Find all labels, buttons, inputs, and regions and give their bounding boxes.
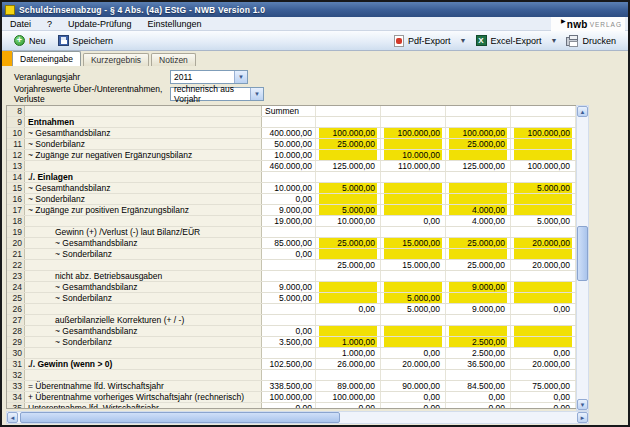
value-column	[446, 227, 511, 237]
input-cell[interactable]: 25.000,00	[449, 238, 507, 248]
input-cell[interactable]	[319, 150, 377, 160]
input-cell[interactable]	[384, 139, 442, 149]
chevron-down-icon[interactable]: ▼	[250, 88, 263, 100]
table-row: 35Unterentnahme lfd. Wirtschaftsjahr0,00…	[7, 403, 576, 409]
scroll-up-icon[interactable]: ▲	[577, 106, 588, 117]
excel-export-button[interactable]: X Excel-Export	[470, 34, 548, 47]
summen-cell	[262, 260, 316, 270]
input-cell[interactable]: 25.000,00	[449, 139, 507, 149]
input-cell[interactable]	[319, 282, 377, 292]
input-cell[interactable]: 100.000,00	[319, 128, 377, 138]
input-cell[interactable]	[514, 326, 572, 336]
value-column: 5.000,00	[316, 183, 381, 193]
value-column: 10.000,00	[316, 216, 381, 226]
input-cell[interactable]	[514, 282, 572, 292]
veranlagungsjahr-select[interactable]: 2011 ▼	[170, 70, 248, 84]
input-cell[interactable]	[384, 205, 442, 215]
value-column: 84.500,00	[446, 381, 511, 391]
value-column: 5.000,00	[511, 183, 576, 193]
input-cell[interactable]	[449, 194, 507, 204]
vertical-scrollbar[interactable]: ▲ ▼	[576, 105, 589, 411]
input-cell[interactable]: 10.000,00	[384, 150, 442, 160]
input-cell[interactable]	[319, 293, 377, 303]
row-number: 17	[7, 205, 25, 215]
input-cell[interactable]	[449, 183, 507, 193]
scroll-left-icon[interactable]: ◄	[7, 412, 18, 423]
value-column: 100.000,00	[316, 128, 381, 138]
computed-cell	[449, 271, 507, 281]
neu-button[interactable]: + Neu	[8, 34, 52, 47]
scroll-down-icon[interactable]: ▼	[577, 399, 588, 410]
input-cell[interactable]: 5.000,00	[319, 183, 377, 193]
input-cell[interactable]: 1.000,00	[319, 337, 377, 347]
input-cell[interactable]: 9.000,00	[449, 282, 507, 292]
input-cell[interactable]: 2.500,00	[449, 337, 507, 347]
summen-cell: 0,00	[262, 249, 316, 259]
row-label	[25, 216, 262, 226]
input-cell[interactable]	[384, 326, 442, 336]
row-number: 27	[7, 315, 25, 325]
input-cell[interactable]	[384, 183, 442, 193]
computed-cell: 20.000,00	[384, 359, 442, 369]
input-cell[interactable]	[319, 194, 377, 204]
row-label: = Überentnahme lfd. Wirtschaftsjahr	[25, 381, 262, 391]
computed-cell: 25.000,00	[449, 260, 507, 270]
input-cell[interactable]	[319, 249, 377, 259]
row-label: ~ Gesamthandsbilanz	[25, 326, 262, 336]
horizontal-scrollbar[interactable]: ◄ ►	[6, 411, 589, 424]
menu-update-pruefung[interactable]: Update-Prüfung	[60, 19, 140, 29]
input-cell[interactable]	[384, 249, 442, 259]
chevron-down-icon[interactable]: ▼	[234, 71, 247, 83]
horizontal-scroll-thumb[interactable]	[20, 412, 340, 423]
tab-dateneingabe[interactable]: Dateneingabe	[12, 51, 81, 66]
input-cell[interactable]	[514, 205, 572, 215]
input-cell[interactable]: 15.000,00	[384, 238, 442, 248]
input-cell[interactable]	[384, 194, 442, 204]
pdf-export-dropdown-icon[interactable]: ▼	[457, 37, 470, 44]
input-cell[interactable]	[514, 139, 572, 149]
tab-kurzergebnis[interactable]: Kurzergebnis	[83, 53, 149, 66]
input-cell[interactable]: 20.000,00	[514, 238, 572, 248]
input-cell[interactable]: 25.000,00	[319, 139, 377, 149]
menu-datei[interactable]: Datei	[2, 19, 39, 29]
input-cell[interactable]: 100.000,00	[449, 128, 507, 138]
input-cell[interactable]	[514, 194, 572, 204]
input-cell[interactable]	[384, 282, 442, 292]
menu-einstellungen[interactable]: Einstellungen	[140, 19, 210, 29]
row-number: 11	[7, 139, 25, 149]
excel-export-dropdown-icon[interactable]: ▼	[548, 37, 561, 44]
speichern-button[interactable]: Speichern	[52, 34, 120, 47]
input-cell[interactable]: 5.000,00	[384, 293, 442, 303]
menu-help[interactable]: ?	[39, 19, 60, 29]
input-cell[interactable]: 100.000,00	[384, 128, 442, 138]
tab-notizen[interactable]: Notizen	[151, 53, 196, 66]
input-cell[interactable]: 25.000,00	[319, 238, 377, 248]
input-cell[interactable]	[514, 337, 572, 347]
vertical-scroll-thumb[interactable]	[577, 226, 588, 281]
computed-cell: 9.000,00	[449, 304, 507, 314]
input-cell[interactable]: 100.000,00	[514, 128, 572, 138]
horizontal-scroll-track[interactable]	[340, 412, 577, 423]
input-cell[interactable]	[449, 293, 507, 303]
input-cell[interactable]	[319, 326, 377, 336]
input-cell[interactable]	[514, 150, 572, 160]
input-cell[interactable]	[449, 249, 507, 259]
input-cell[interactable]: 5.000,00	[514, 183, 572, 193]
input-cell[interactable]	[449, 150, 507, 160]
input-cell[interactable]	[384, 337, 442, 347]
drucken-button[interactable]: Drucken	[560, 34, 622, 47]
vorjahreswerte-select[interactable]: rechnerisch aus Vorjahr ▼	[170, 87, 264, 101]
input-cell[interactable]	[514, 293, 572, 303]
input-cell[interactable]	[514, 249, 572, 259]
computed-cell	[384, 106, 442, 116]
value-column	[381, 172, 446, 182]
scroll-right-icon[interactable]: ►	[577, 412, 588, 423]
row-label: ~ Sonderbilanz	[25, 337, 262, 347]
input-cell[interactable]: 4.000,00	[449, 205, 507, 215]
value-column: 26.000,00	[316, 359, 381, 369]
row-label: ~ Gesamthandsbilanz	[25, 282, 262, 292]
input-cell[interactable]: 5.000,00	[319, 205, 377, 215]
pdf-export-button[interactable]: Pdf-Export	[388, 34, 457, 48]
computed-cell	[514, 271, 572, 281]
input-cell[interactable]	[449, 326, 507, 336]
